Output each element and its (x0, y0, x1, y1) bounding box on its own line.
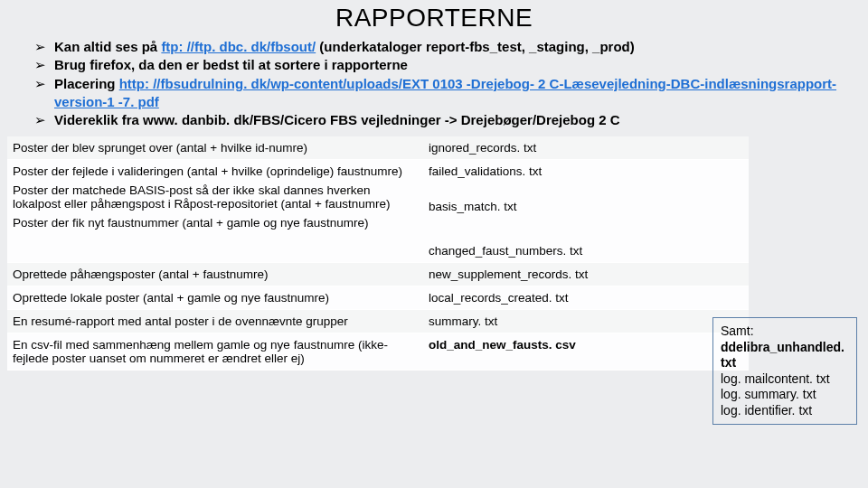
bullet-item: Brug firefox, da den er bedst til at sor… (34, 56, 852, 74)
sidebox-line: log. summary. txt (721, 387, 849, 403)
sidebox-line: log. mailcontent. txt (721, 371, 849, 388)
table-cell-line: changed_faust_numbers. txt (429, 244, 743, 258)
table-row: Poster der fejlede i valideringen (antal… (7, 160, 749, 263)
report-table: Poster der blev sprunget over (antal + h… (7, 136, 749, 371)
table-cell-desc: En resumé-rapport med antal poster i de … (7, 310, 423, 333)
table-cell-file: failed_validations. txt basis_match. txt… (423, 160, 749, 263)
sidebox-line: ddelibra_unhandled. txt (721, 340, 849, 371)
table-cell-desc: En csv-fil med sammenhæng mellem gamle o… (7, 333, 423, 371)
bullet-text: Videreklik fra www. danbib. dk/FBS/Cicer… (54, 112, 620, 127)
table-cell-file: summary. txt (423, 310, 749, 333)
table-cell-desc: Poster der fejlede i valideringen (antal… (7, 160, 423, 263)
table-cell-file: local_records_created. txt (423, 286, 749, 310)
table-cell-line: basis_match. txt (429, 200, 743, 213)
table-cell-desc: Poster der blev sprunget over (antal + h… (7, 136, 423, 160)
table-row: Oprettede påhængsposter (antal + faustnu… (7, 263, 749, 286)
bullet-item: Kan altid ses på ftp: //ftp. dbc. dk/fbs… (34, 38, 852, 56)
table-cell-desc: Oprettede lokale poster (antal + gamle o… (7, 286, 423, 310)
table-row: En csv-fil med sammenhæng mellem gamle o… (7, 333, 749, 371)
bullet-text: Kan altid ses på (54, 39, 161, 54)
bullet-text: Placering (54, 76, 119, 91)
bullet-item: Videreklik fra www. danbib. dk/FBS/Cicer… (34, 111, 852, 129)
table-cell-line: Poster der fik nyt faustnummer (antal + … (13, 216, 418, 230)
bullet-text: (underkataloger report-fbs_test, _stagin… (316, 39, 635, 54)
table-row: Poster der blev sprunget over (antal + h… (7, 136, 749, 160)
sidebox-line: log. identifier. txt (721, 403, 849, 419)
bullet-item: Placering http: //fbsudrulning. dk/wp-co… (34, 75, 852, 112)
table-row: En resumé-rapport med antal poster i de … (7, 310, 749, 333)
page-title: RAPPORTERNE (0, 4, 868, 33)
table-cell-line: Poster der matchede BASIS-post så der ik… (13, 183, 418, 211)
bullet-list: Kan altid ses på ftp: //ftp. dbc. dk/fbs… (34, 38, 852, 129)
table-cell-line: Poster der fejlede i valideringen (antal… (13, 164, 418, 178)
table-cell-file: old_and_new_fausts. csv (423, 333, 749, 371)
table-cell-line: failed_validations. txt (429, 164, 743, 178)
table-cell-file: ignored_records. txt (423, 136, 749, 160)
sidebox-head: Samt: (721, 324, 849, 340)
bullet-text: Brug firefox, da den er bedst til at sor… (54, 57, 408, 72)
ftp-link[interactable]: ftp: //ftp. dbc. dk/fbsout/ (161, 39, 316, 54)
table-cell-desc: Oprettede påhængsposter (antal + faustnu… (7, 263, 423, 286)
sidebox: Samt: ddelibra_unhandled. txt log. mailc… (712, 317, 857, 425)
table-cell-file: new_supplement_records. txt (423, 263, 749, 286)
http-link[interactable]: http: //fbsudrulning. dk/wp-content/uplo… (54, 76, 836, 109)
table-row: Oprettede lokale poster (antal + gamle o… (7, 286, 749, 310)
